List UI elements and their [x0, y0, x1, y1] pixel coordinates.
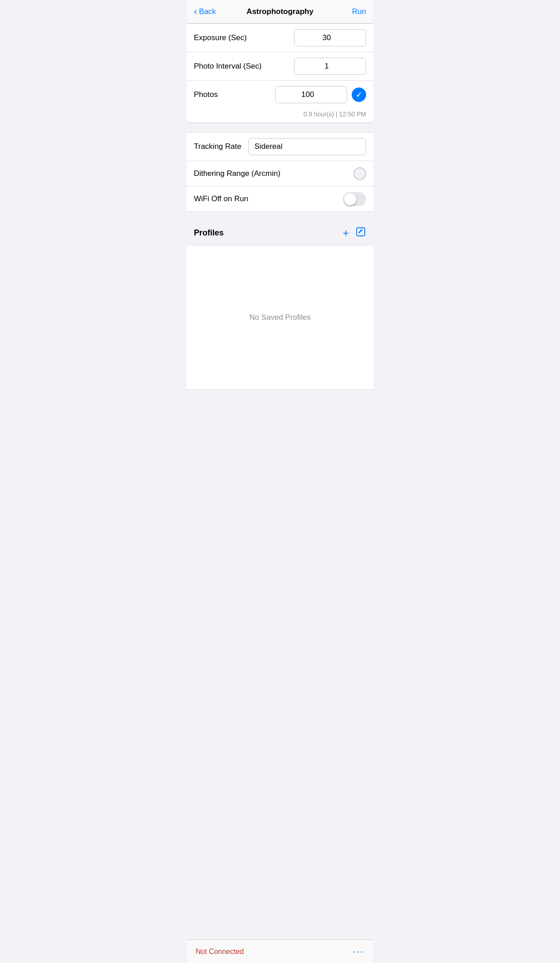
chevron-left-icon: ‹	[194, 7, 197, 17]
duration-text: 0.9 hour(s) | 12:50 PM	[303, 111, 366, 118]
dithering-toggle[interactable]	[353, 167, 366, 180]
photos-checkmark-button[interactable]: ✓	[352, 88, 366, 102]
profiles-header: Profiles +	[187, 221, 373, 245]
settings-group: Tracking Rate Dithering Range (Arcmin) W…	[187, 132, 373, 212]
photo-interval-row: Photo Interval (Sec)	[187, 52, 373, 81]
run-button[interactable]: Run	[352, 7, 366, 16]
tracking-rate-row: Tracking Rate	[187, 133, 373, 161]
profiles-section: Profiles + No Saved Profiles	[187, 221, 373, 390]
wifi-toggle[interactable]	[343, 192, 366, 206]
photos-row: Photos ✓	[187, 81, 373, 109]
bottom-spacer	[187, 390, 373, 413]
dithering-label: Dithering Range (Arcmin)	[194, 169, 280, 178]
no-profiles-area: No Saved Profiles	[187, 245, 373, 390]
back-label: Back	[199, 7, 216, 16]
photos-label: Photos	[194, 90, 218, 99]
dithering-row: Dithering Range (Arcmin)	[187, 161, 373, 186]
exposure-label: Exposure (Sec)	[194, 33, 247, 42]
profiles-actions: +	[343, 226, 366, 240]
duration-row: 0.9 hour(s) | 12:50 PM	[187, 109, 373, 123]
photos-input[interactable]	[275, 86, 347, 103]
photo-interval-input[interactable]	[294, 58, 366, 75]
tracking-rate-label: Tracking Rate	[194, 142, 241, 151]
profiles-title: Profiles	[194, 228, 224, 238]
edit-pencil-icon	[355, 226, 366, 237]
exposure-input[interactable]	[294, 29, 366, 46]
back-button[interactable]: ‹ Back	[194, 7, 216, 17]
edit-profile-button[interactable]	[355, 226, 366, 240]
checkmark-icon: ✓	[356, 90, 363, 100]
tracking-rate-input[interactable]	[248, 138, 366, 155]
no-profiles-text: No Saved Profiles	[249, 313, 311, 322]
navigation-bar: ‹ Back Astrophotography Run	[187, 0, 373, 23]
wifi-label: WiFi Off on Run	[194, 194, 248, 203]
page-title: Astrophotography	[247, 7, 313, 16]
camera-settings-group: Exposure (Sec) Photo Interval (Sec) Phot…	[187, 23, 373, 123]
photo-interval-label: Photo Interval (Sec)	[194, 62, 262, 71]
wifi-row: WiFi Off on Run	[187, 186, 373, 212]
add-profile-button[interactable]: +	[343, 228, 349, 239]
photos-right-group: ✓	[275, 86, 366, 103]
toggle-knob	[344, 193, 356, 205]
exposure-row: Exposure (Sec)	[187, 24, 373, 52]
